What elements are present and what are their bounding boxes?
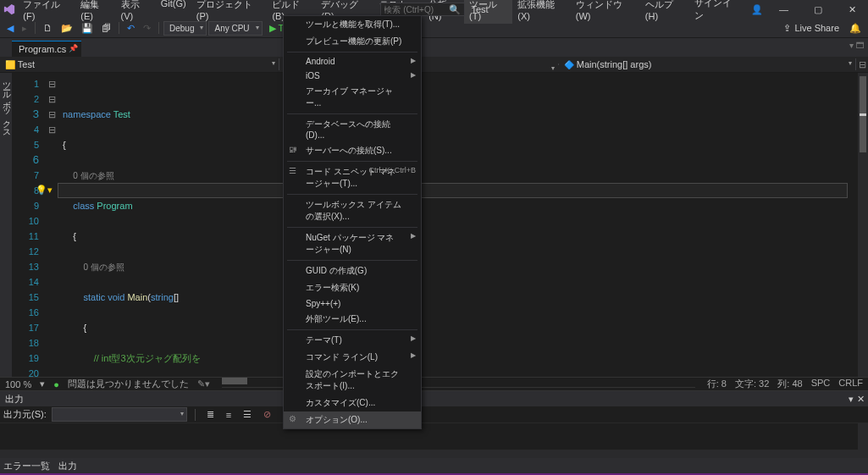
line-gutter: 1234567891011121314151617181920 [12,73,46,377]
code-editor[interactable]: namespace Test { 0 個の参照 class Program { … [58,73,858,377]
menu-1[interactable]: 編集(E) [75,0,115,24]
output-source-combo[interactable] [52,407,187,422]
signin-link[interactable]: サインイン [689,0,744,22]
menu-item[interactable]: ツールと機能を取得(T)... [284,16,421,33]
menu-item[interactable]: コード スニペット マネージャー(T)...☰Ctrl+K, Ctrl+B [284,163,421,192]
platform-combo[interactable]: Any CPU [208,21,262,36]
user-icon[interactable]: 👤 [751,4,763,15]
menu-item[interactable]: Android▶ [284,54,421,69]
menu-item[interactable]: Spy++(+) [284,296,421,311]
split-icon[interactable]: ⊟ [856,59,868,70]
output-wrap[interactable]: ≡ [223,408,235,422]
editor-statusline: 100 %▾ ●問題は見つかりませんでした ✎▾ 行: 8 文字: 32 列: … [0,377,868,390]
menu-item[interactable]: プレビュー機能の更新(P) [284,33,421,50]
menu-10[interactable]: 拡張機能(X) [512,0,570,24]
fold-column: ⊟⊟⊟⊟ [46,73,58,377]
menu-item[interactable]: カスタマイズ(C)... [284,395,421,411]
output-pin[interactable]: ▾ [849,394,854,405]
output-toggle[interactable]: ☰ [240,407,255,422]
menu-item[interactable]: オプション(O)...⚙ [284,411,421,428]
liveshare-button[interactable]: ⇪Live Share [783,23,839,34]
notif-icon[interactable]: 🔔 [846,21,865,36]
menu-item[interactable]: データベースへの接続(D)... [284,116,421,142]
menu-item[interactable]: NuGet パッケージ マネージャー(N)▶ [284,229,421,258]
nav-project[interactable]: 🟨 Test [0,58,279,70]
side-toolbox[interactable]: ツールボックス [0,73,12,377]
output-from-label: 出力元(S): [3,408,47,421]
menu-item[interactable]: サーバーへの接続(S)...🖳 [284,142,421,159]
minimize-button[interactable]: — [770,0,798,19]
menu-item[interactable]: アーカイブ マネージャー... [284,83,421,112]
menu-3[interactable]: Git(G) [156,0,191,24]
maximize-button[interactable]: ▢ [804,0,832,19]
lightbulb-icon[interactable]: 💡▾ [36,185,53,196]
config-combo[interactable]: Debug [163,21,207,36]
menu-item[interactable]: iOS▶ [284,69,421,83]
menu-item[interactable]: テーマ(T)▶ [284,332,421,349]
tab-overflow[interactable]: ▾ 🗔 [849,41,865,50]
output-clear[interactable]: ≣ [203,407,218,422]
tab-output[interactable]: 出力 [58,460,77,472]
output-title: 出力 [5,393,24,406]
nav-back[interactable]: ◀ [3,21,17,36]
solution-name: Test [471,4,488,14]
output-body [0,423,868,458]
output-cancel[interactable]: ⊘ [260,407,274,422]
menu-2[interactable]: 表示(V) [116,0,156,24]
doc-tab[interactable]: Program.cs📌 [12,41,81,57]
menu-item[interactable]: コマンド ライン(L)▶ [284,349,421,366]
tab-errorlist[interactable]: エラー一覧 [3,460,50,472]
editor-vscroll[interactable] [858,73,868,377]
output-close[interactable]: ✕ [857,394,865,405]
menu-4[interactable]: プロジェクト(P) [191,0,268,24]
menu-11[interactable]: ウィンドウ(W) [571,0,640,24]
menu-item[interactable]: ツールボックス アイテムの選択(X)... [284,196,421,225]
menu-item[interactable]: エラー検索(K) [284,279,421,296]
pin-icon[interactable]: 📌 [69,44,78,52]
menu-item[interactable]: 設定のインポートとエクスポート(I)... [284,366,421,395]
vs-logo [0,3,18,15]
menu-0[interactable]: ファイル(F) [18,0,75,24]
search-icon: 🔍 [449,4,461,15]
menu-item[interactable]: GUID の作成(G) [284,262,421,279]
close-button[interactable]: ✕ [838,0,866,19]
menu-12[interactable]: ヘルプ(H) [640,0,689,24]
menu-item[interactable]: 外部ツール(E)... [284,311,421,328]
nav-member[interactable]: 🔷 Main(string[] args) [559,58,856,70]
tools-menu: ツールと機能を取得(T)...プレビュー機能の更新(P)Android▶iOS▶… [283,15,422,429]
liveshare-icon: ⇪ [783,23,791,34]
